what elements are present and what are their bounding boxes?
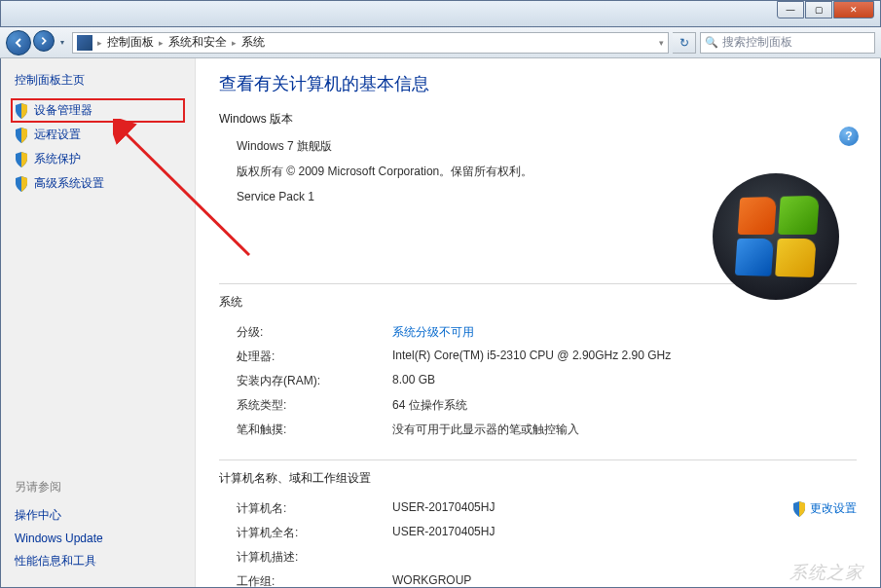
computer-row: 计算机全名: USER-20170405HJ [237, 521, 857, 545]
breadcrumb-item[interactable]: 控制面板 [107, 34, 154, 51]
system-row: 安装内存(RAM): 8.00 GB [237, 369, 857, 393]
row-label: 计算机名: [237, 500, 392, 517]
shield-icon [792, 501, 806, 517]
page-title: 查看有关计算机的基本信息 [219, 72, 857, 95]
back-button[interactable] [6, 30, 31, 55]
row-value: USER-20170405HJ [392, 525, 857, 541]
shield-icon [15, 152, 28, 167]
minimize-button[interactable]: — [777, 1, 804, 18]
sidebar-item-label: 远程设置 [34, 127, 81, 143]
sidebar-item-protection[interactable]: 系统保护 [11, 147, 185, 171]
row-value: WORKGROUP [392, 573, 857, 587]
address-dropdown-icon[interactable]: ▾ [659, 38, 664, 48]
system-row: 处理器: Intel(R) Core(TM) i5-2310 CPU @ 2.9… [237, 345, 857, 369]
edition-name: Windows 7 旗舰版 [237, 137, 857, 155]
sidebar-item-label: 系统保护 [34, 151, 81, 167]
computer-row: 计算机描述: [237, 545, 857, 570]
breadcrumb-separator: ▸ [159, 38, 164, 48]
address-bar[interactable]: ▸ 控制面板 ▸ 系统和安全 ▸ 系统 ▾ [72, 32, 669, 54]
sidebar-item-device-manager[interactable]: 设备管理器 [11, 98, 185, 123]
sidebar-item-label: 高级系统设置 [34, 175, 104, 192]
computer-heading: 计算机名称、域和工作组设置 [219, 470, 857, 487]
navigation-bar: ▾ ▸ 控制面板 ▸ 系统和安全 ▸ 系统 ▾ ↻ 🔍 搜索控制面板 [0, 27, 881, 58]
search-input[interactable]: 🔍 搜索控制面板 [700, 32, 875, 54]
help-icon[interactable]: ? [839, 127, 859, 146]
sidebar-heading[interactable]: 控制面板主页 [11, 72, 185, 89]
row-label: 计算机描述: [237, 549, 392, 566]
breadcrumb-item[interactable]: 系统和安全 [168, 34, 227, 51]
shield-icon [15, 128, 28, 143]
sidebar-item-advanced[interactable]: 高级系统设置 [11, 171, 185, 196]
system-row: 系统类型: 64 位操作系统 [237, 393, 857, 418]
row-label: 处理器: [237, 349, 392, 365]
search-icon: 🔍 [705, 36, 718, 49]
row-label: 计算机全名: [237, 525, 392, 541]
sidebar-item-remote[interactable]: 远程设置 [11, 123, 185, 147]
system-row: 分级: 系统分级不可用 [237, 320, 857, 345]
computer-row: 工作组: WORKGROUP [237, 570, 857, 587]
row-label: 工作组: [237, 573, 392, 587]
sidebar-item-label: 设备管理器 [34, 102, 92, 119]
refresh-button[interactable]: ↻ [673, 32, 696, 54]
row-value: Intel(R) Core(TM) i5-2310 CPU @ 2.90GHz … [392, 349, 857, 365]
maximize-button[interactable]: ▢ [805, 1, 832, 18]
change-settings-link[interactable]: 更改设置 [792, 500, 857, 517]
rating-link[interactable]: 系统分级不可用 [392, 324, 857, 341]
computer-row: 计算机名: USER-20170405HJ 更改设置 [237, 496, 857, 521]
sidebar-sublink-performance[interactable]: 性能信息和工具 [11, 549, 185, 573]
change-settings-label: 更改设置 [810, 500, 857, 517]
row-value: USER-20170405HJ [392, 500, 792, 517]
content-pane: 查看有关计算机的基本信息 Windows 版本 Windows 7 旗舰版 版权… [196, 58, 880, 587]
shield-icon [15, 103, 28, 119]
history-dropdown[interactable]: ▾ [56, 30, 68, 55]
see-also-heading: 另请参阅 [11, 479, 185, 496]
sidebar-sublink-windows-update[interactable]: Windows Update [11, 528, 185, 549]
system-row: 笔和触摸: 没有可用于此显示器的笔或触控输入 [237, 418, 857, 442]
breadcrumb-item[interactable]: 系统 [241, 34, 265, 51]
row-label: 分级: [237, 324, 392, 341]
row-value: 8.00 GB [392, 373, 857, 389]
edition-heading: Windows 版本 [219, 111, 857, 128]
close-button[interactable]: ✕ [833, 1, 874, 18]
search-placeholder: 搜索控制面板 [722, 34, 792, 51]
location-icon [77, 35, 92, 51]
divider [219, 459, 857, 460]
breadcrumb-separator: ▸ [97, 38, 102, 48]
row-value [392, 549, 857, 566]
row-label: 笔和触摸: [237, 422, 392, 438]
shield-icon [15, 176, 28, 192]
breadcrumb-separator: ▸ [232, 38, 237, 48]
windows-logo-icon [713, 173, 839, 300]
sidebar: 控制面板主页 设备管理器 远程设置 系统保护 高级系统设置 另请参阅 操作中心 … [1, 58, 196, 587]
sidebar-sublink-action-center[interactable]: 操作中心 [11, 503, 185, 528]
row-value: 64 位操作系统 [392, 397, 857, 414]
row-label: 安装内存(RAM): [237, 373, 392, 389]
row-value: 没有可用于此显示器的笔或触控输入 [392, 422, 857, 438]
window-titlebar: — ▢ ✕ [0, 0, 881, 27]
forward-button[interactable] [33, 30, 55, 52]
row-label: 系统类型: [237, 397, 392, 414]
